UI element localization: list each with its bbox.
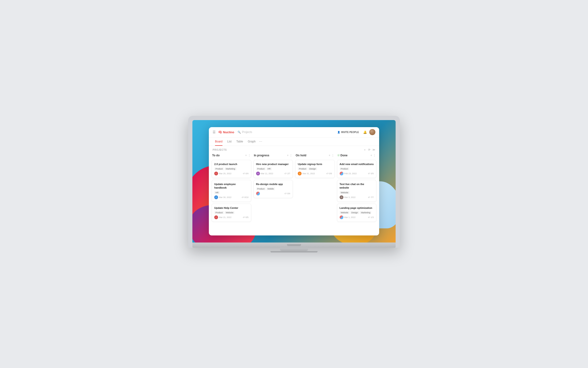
tab-more-icon[interactable]: ⋯ [258,140,263,143]
columns-container: To do + ⋮ 2.0 product launch Product [209,153,379,235]
card-meta: Mar 30, 2022 [214,195,231,199]
column-onhold-menu[interactable]: ⋮ [331,154,334,157]
board-area: PROJECTS ＋ ⟳ ≫ To do [209,146,379,235]
card-count: 🏷0/4 [285,192,290,195]
card-signup-form[interactable]: Update signup form Product Design Mar 31… [295,160,335,178]
card-tags: HR [214,191,249,194]
card-count: 🏷1/3 [368,216,374,219]
card-avatar [256,192,260,195]
card-employee-handbook[interactable]: Update employee handbook HR Mar 30, 2022 [212,180,251,202]
column-inprogress-menu[interactable]: ⋮ [290,154,292,157]
tag-hr: HR [266,167,272,170]
avatar-image [369,129,375,135]
done-checkbox-icon: ☑ [338,154,340,156]
card-meta: Mar 1, 2022 [340,215,356,219]
collapse-button[interactable]: ≫ [372,148,375,151]
card-tags: Product Marketing [214,167,249,170]
laptop-body: ☰ 🧠 Nuclino 🔍 Projects 👤 INVITE PEOPLE [188,116,400,248]
card-meta: Mar 21, 2022 [214,215,231,219]
menu-icon[interactable]: ☰ [213,130,216,134]
card-title: Hire new product manager [256,162,290,166]
column-inprogress-actions: + ⋮ [287,154,292,157]
laptop-base [192,242,396,248]
card-meta: Mar 3, 2022 [340,195,356,199]
board-title: PROJECTS [213,148,227,151]
column-todo-header: To do + ⋮ [212,153,251,158]
column-inprogress-header: In progress + ⋮ [254,153,293,158]
card-tags: Product Design [298,167,332,170]
card-count: 🏷0/6 [326,172,332,175]
laptop-notch [287,244,301,246]
tab-board[interactable]: Board [213,138,225,146]
card-avatar [256,172,260,175]
column-done-actions: + ⋮ [370,154,376,157]
notification-bell-icon[interactable]: 🔔 [363,130,367,134]
column-onhold-add[interactable]: + [329,154,330,157]
card-count: 🏷0/4 [243,172,249,175]
card-count: 🏷7/7 [368,196,374,198]
card-tags: Website [340,191,374,194]
tag-marketing: Marketing [225,167,236,170]
card-meta: Feb 23, 2022 [340,172,357,175]
search-area[interactable]: 🔍 Projects [237,130,336,134]
column-inprogress-title: In progress [254,154,269,157]
column-done-menu[interactable]: ⋮ [373,154,376,157]
tab-graph[interactable]: Graph [245,138,258,146]
card-title: Re-design mobile app [256,183,290,186]
card-landing-page[interactable]: Landing page optimization Website Design… [337,204,377,222]
tag-website: Website [225,211,235,214]
invite-people-button[interactable]: 👤 INVITE PEOPLE [335,130,361,134]
refresh-button[interactable]: ⟳ [368,148,370,151]
add-column-button[interactable]: ＋ [363,148,366,152]
card-help-center[interactable]: Update Help Center Product Website Mar 2… [212,204,251,222]
column-todo-actions: + ⋮ [245,154,250,157]
card-title: Landing page optimization [340,206,374,210]
card-live-chat[interactable]: Test live chat on the website Website Ma… [337,180,377,202]
column-todo-menu[interactable]: ⋮ [248,154,251,157]
card-date: Mar 25, 2022 [219,172,231,175]
column-onhold-actions: + ⋮ [329,154,334,157]
tag-design: Design [350,211,359,214]
header-right: 👤 INVITE PEOPLE 🔔 [335,129,375,135]
tag-marketing: Marketing [360,211,372,214]
card-product-launch[interactable]: 2.0 product launch Product Marketing Mar… [212,160,251,178]
column-inprogress: In progress + ⋮ Hire new product manager… [254,153,293,233]
tab-list[interactable]: List [225,138,234,146]
card-avatar [340,215,343,219]
card-avatar [340,172,343,175]
card-redesign-mobile[interactable]: Re-design mobile app Product Mobile [254,180,293,198]
column-todo: To do + ⋮ 2.0 product launch Product [212,153,251,233]
column-todo-add[interactable]: + [245,154,247,157]
card-avatar [214,215,218,219]
tag-product: Product [214,211,224,214]
card-title: Update employee handbook [214,183,249,190]
card-hire-pm[interactable]: Hire new product manager Product HR Mar … [254,160,293,178]
tag-product: Product [298,167,307,170]
logo-area: 🧠 Nuclino [218,130,234,134]
tag-hr: HR [214,191,220,194]
laptop-wrapper: ☰ 🧠 Nuclino 🔍 Projects 👤 INVITE PEOPLE [188,116,400,252]
card-meta: Mar 31, 2022 [298,172,315,175]
tag-product: Product [340,167,349,170]
user-avatar[interactable] [369,129,375,135]
card-footer: Mar 21, 2022 🏷0/5 [214,215,249,219]
tab-table[interactable]: Table [234,138,246,146]
logo-icon: 🧠 [218,130,222,134]
column-done-add[interactable]: + [370,154,372,157]
board-actions: ＋ ⟳ ≫ [363,148,375,152]
app-window: ☰ 🧠 Nuclino 🔍 Projects 👤 INVITE PEOPLE [209,127,379,235]
card-date: Mar 11, 2022 [261,172,273,175]
card-email-notifications[interactable]: Add new email notifications Product Feb … [337,160,377,178]
invite-icon: 👤 [337,131,340,133]
column-done-title: Done [341,154,348,157]
card-title: Update Help Center [214,206,249,210]
invite-label: INVITE PEOPLE [341,131,359,133]
card-title: 2.0 product launch [214,162,249,166]
card-date: Mar 1, 2022 [344,216,356,219]
card-date: Mar 31, 2022 [302,172,315,175]
logo-text: Nuclino [223,130,234,134]
column-onhold-title: On hold [296,154,306,157]
tag-design: Design [308,167,317,170]
column-inprogress-add[interactable]: + [287,154,289,157]
app-header: ☰ 🧠 Nuclino 🔍 Projects 👤 INVITE PEOPLE [209,127,379,138]
